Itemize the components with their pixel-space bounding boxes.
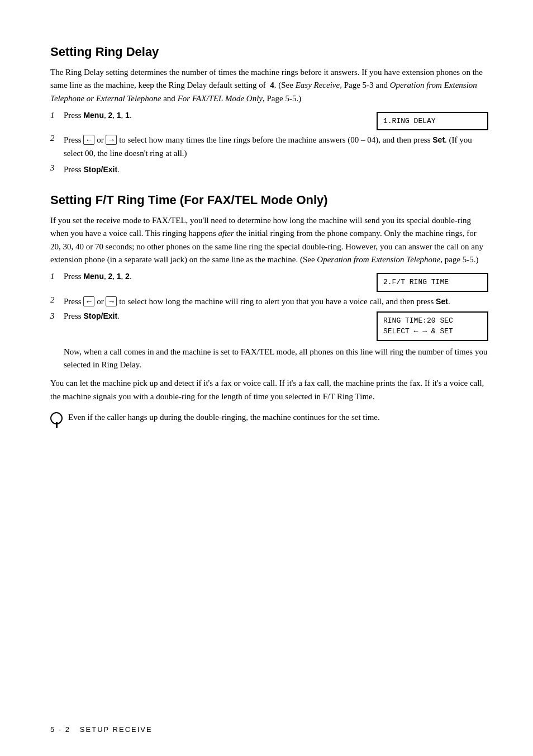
display2: 2.F/T RING TIME [377, 273, 488, 292]
s2-step1-menu: Menu [83, 272, 104, 281]
s2-step2-row: 2 Press ← or → to select how long the ma… [50, 295, 488, 308]
right-arrow-btn: → [106, 135, 117, 145]
step3-row: 3 Press Stop/Exit. [50, 163, 488, 176]
s2-set-key: Set [436, 297, 448, 306]
stop-exit-key: Stop/Exit [83, 165, 117, 174]
footer-section: SETUP RECEIVE [80, 725, 153, 734]
section1-intro: The Ring Delay setting determines the nu… [50, 66, 488, 105]
display1: 1.RING DELAY [377, 112, 488, 131]
section2-intro: If you set the receive mode to FAX/TEL, … [50, 214, 488, 266]
s2-step1-row: 1 Press Menu, 2, 1, 2. 2.F/T RING TIME [50, 272, 488, 292]
footer-page: 5 - 2 [50, 725, 70, 734]
s2-step3-row: 3 Press Stop/Exit. RING TIME:20 SEC SELE… [50, 311, 488, 341]
s2-stop-exit: Stop/Exit [83, 311, 117, 320]
s2-para2: You can let the machine pick up and dete… [50, 377, 488, 403]
step1-row: 1 Press Menu, 2, 1, 1. 1.RING DELAY [50, 111, 488, 131]
display3: RING TIME:20 SEC SELECT ← → & SET [377, 311, 488, 341]
step1-keys: Menu [83, 111, 104, 120]
s2-para1: Now, when a call comes in and the machin… [64, 346, 488, 372]
section2-title: Setting F/T Ring Time (For FAX/TEL Mode … [50, 193, 488, 207]
left-arrow-btn: ← [83, 135, 94, 145]
s2-left-arrow-btn: ← [83, 296, 94, 306]
section-ft-ring: Setting F/T Ring Time (For FAX/TEL Mode … [50, 193, 488, 429]
step2-row: 2 Press ← or → to select how many times … [50, 134, 488, 160]
note-row: Even if the caller hangs up during the d… [50, 411, 488, 429]
s2-step3-num: 3 [50, 311, 64, 321]
note-icon [50, 412, 63, 424]
section1-title: Setting Ring Delay [50, 45, 488, 59]
s2-step2-num: 2 [50, 295, 64, 305]
s2-right-arrow-btn: → [106, 296, 117, 306]
note-text: Even if the caller hangs up during the d… [68, 411, 488, 424]
s2-step1-content: Press Menu, 2, 1, 2. 2.F/T RING TIME [64, 272, 488, 292]
step3-num: 3 [50, 163, 64, 173]
set-key: Set [432, 135, 445, 144]
footer: 5 - 2 SETUP RECEIVE [50, 725, 153, 734]
step1-content: Press Menu, 2, 1, 1. 1.RING DELAY [64, 111, 488, 131]
step1-num: 1 [50, 111, 64, 120]
step2-num: 2 [50, 134, 64, 143]
s2-step3-content: Press Stop/Exit. RING TIME:20 SEC SELECT… [64, 311, 488, 341]
section-ring-delay: Setting Ring Delay The Ring Delay settin… [50, 45, 488, 176]
s2-step1-num: 1 [50, 272, 64, 281]
